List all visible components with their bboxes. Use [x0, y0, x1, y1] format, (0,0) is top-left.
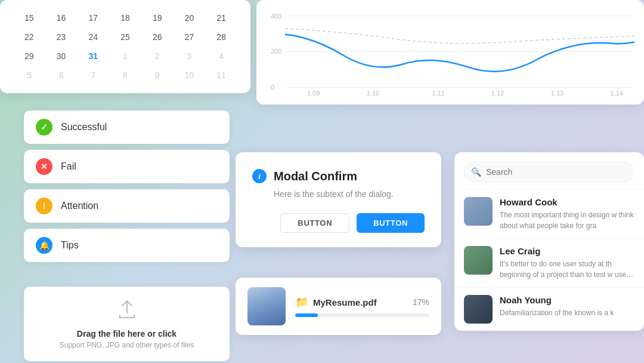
cal-cell[interactable]: 18 — [110, 10, 140, 26]
x-label-109: 1.09 — [307, 90, 320, 97]
file-info: 📁 MyResume.pdf 17% — [295, 296, 429, 317]
cal-cell[interactable]: 5 — [14, 67, 44, 84]
upload-subtitle: Support PNG, JPG and other types of file… — [36, 341, 218, 349]
file-upload-card: 📁 MyResume.pdf 17% — [236, 278, 441, 335]
list-item-content-noah: Noah Young Defamiliarization of the know… — [500, 295, 614, 318]
search-box: 🔍 — [464, 162, 634, 182]
cal-cell[interactable]: 2 — [143, 48, 172, 64]
cal-cell[interactable]: 17 — [78, 10, 108, 26]
cal-cell[interactable]: 24 — [78, 29, 108, 45]
file-name-row: 📁 MyResume.pdf 17% — [295, 296, 429, 309]
line-chart: 400 200 0 1.09 1.10 1.11 1.12 1.13 1.14 — [266, 7, 634, 97]
list-desc-howard: The most important thing in design w thi… — [500, 210, 634, 231]
cal-cell[interactable]: 30 — [47, 48, 76, 64]
cal-cell[interactable]: 16 — [47, 10, 76, 26]
list-item-content-lee: Lee Craig It's better to do one user stu… — [500, 246, 634, 280]
calendar-grid: 15 16 17 18 19 20 21 22 23 24 25 26 27 2… — [14, 10, 236, 84]
cal-cell[interactable]: 28 — [206, 29, 236, 45]
cal-cell[interactable]: 3 — [175, 48, 205, 64]
cal-cell-today[interactable]: 31 — [78, 48, 108, 64]
alert-attention-label: Attention — [61, 201, 98, 211]
alert-tips-label: Tips — [61, 240, 79, 251]
cal-cell[interactable]: 9 — [143, 67, 172, 84]
list-name-lee: Lee Craig — [500, 246, 634, 256]
alert-success: ✓ Successful — [24, 110, 230, 144]
cal-cell[interactable]: 15 — [14, 10, 44, 26]
avatar-howard — [464, 197, 493, 226]
modal-buttons: BUTTON BUTTON — [252, 213, 425, 233]
upload-card[interactable]: Drag the file here or click Support PNG,… — [24, 287, 230, 361]
list-desc-noah: Defamiliarization of the known is a k — [500, 307, 614, 318]
list-item-howard[interactable]: Howard Cook The most important thing in … — [454, 189, 644, 238]
folder-icon: 📁 — [295, 296, 308, 309]
cal-cell[interactable]: 1 — [110, 48, 140, 64]
x-label-114: 1.14 — [610, 90, 623, 97]
upload-icon — [36, 299, 218, 324]
alerts-section: ✓ Successful ✕ Fail ! Attention 🔔 Tips — [24, 110, 230, 268]
cal-cell[interactable]: 4 — [206, 48, 236, 64]
y-label-0: 0 — [271, 84, 274, 91]
cal-cell[interactable]: 26 — [143, 29, 172, 45]
avatar-lee — [464, 246, 493, 275]
cal-cell[interactable]: 27 — [175, 29, 205, 45]
cal-cell[interactable]: 11 — [206, 67, 236, 84]
list-item-content-howard: Howard Cook The most important thing in … — [500, 197, 634, 231]
list-item-lee[interactable]: Lee Craig It's better to do one user stu… — [454, 238, 644, 287]
tips-icon: 🔔 — [36, 237, 52, 254]
file-name: MyResume.pdf — [313, 297, 377, 307]
search-icon: 🔍 — [471, 167, 481, 177]
cal-cell[interactable]: 22 — [14, 29, 44, 45]
calendar-card: 15 16 17 18 19 20 21 22 23 24 25 26 27 2… — [0, 0, 250, 93]
modal-header: i Modal Confirm — [252, 169, 425, 183]
cal-cell[interactable]: 10 — [175, 67, 205, 84]
upload-title: Drag the file here or click — [36, 329, 218, 339]
file-percent: 17% — [413, 297, 429, 307]
attention-icon: ! — [36, 198, 52, 214]
list-desc-lee: It's better to do one user study at th b… — [500, 259, 634, 280]
progress-bar-background — [295, 313, 429, 317]
cal-cell[interactable]: 7 — [78, 67, 108, 84]
avatar-noah — [464, 295, 493, 324]
alert-success-label: Successful — [61, 122, 107, 133]
list-item-noah[interactable]: Noah Young Defamiliarization of the know… — [454, 287, 644, 331]
fail-icon: ✕ — [36, 158, 52, 175]
cal-cell[interactable]: 21 — [206, 10, 236, 26]
list-name-howard: Howard Cook — [500, 197, 634, 207]
modal-confirm-button[interactable]: BUTTON — [357, 213, 425, 233]
alert-fail: ✕ Fail — [24, 150, 230, 183]
alert-attention: ! Attention — [24, 189, 230, 223]
x-label-112: 1.12 — [491, 90, 504, 97]
y-label-200: 200 — [271, 48, 281, 55]
cal-cell[interactable]: 8 — [110, 67, 140, 84]
y-label-400: 400 — [271, 13, 281, 20]
x-label-113: 1.13 — [551, 90, 564, 97]
x-label-111: 1.11 — [432, 90, 444, 97]
search-input[interactable] — [464, 162, 634, 182]
list-name-noah: Noah Young — [500, 295, 614, 305]
cal-cell[interactable]: 29 — [14, 48, 44, 64]
alert-tips: 🔔 Tips — [24, 229, 230, 262]
cal-cell[interactable]: 23 — [47, 29, 76, 45]
cal-cell[interactable]: 20 — [175, 10, 205, 26]
x-label-110: 1.10 — [367, 90, 379, 97]
modal-subtext: Here is the subtext of the dialog. — [274, 189, 425, 199]
modal-info-icon: i — [252, 169, 267, 183]
cal-cell[interactable]: 25 — [110, 29, 140, 45]
success-icon: ✓ — [36, 119, 52, 136]
alert-fail-label: Fail — [61, 161, 76, 172]
file-thumbnail — [247, 287, 286, 325]
progress-bar-fill — [295, 313, 318, 317]
cal-cell[interactable]: 6 — [47, 67, 76, 84]
cal-cell[interactable]: 19 — [143, 10, 172, 26]
modal-title: Modal Confirm — [274, 170, 357, 183]
modal-confirm-card: i Modal Confirm Here is the subtext of t… — [236, 152, 441, 247]
chart-card: 400 200 0 1.09 1.10 1.11 1.12 1.13 1.14 — [256, 0, 644, 104]
modal-cancel-button[interactable]: BUTTON — [280, 213, 349, 233]
search-list-card: 🔍 Howard Cook The most important thing i… — [454, 152, 644, 331]
